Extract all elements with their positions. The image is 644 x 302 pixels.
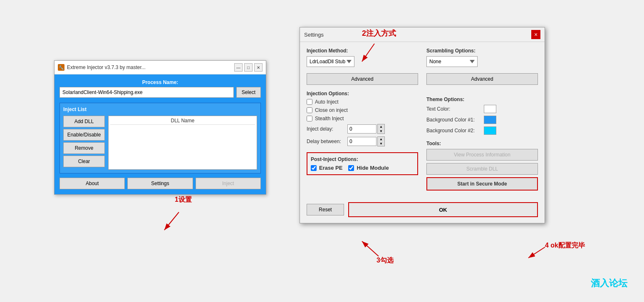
settings-bottom: Reset OK	[300, 202, 545, 223]
auto-inject-label: Auto Inject	[315, 99, 339, 105]
forum-watermark: 酒入论坛	[591, 277, 627, 290]
inject-delay-up[interactable]: ▲	[378, 124, 384, 129]
scrambling-advanced-button[interactable]: Advanced	[426, 73, 538, 85]
stealth-inject-row: Stealth Inject	[307, 116, 418, 121]
settings-button[interactable]: Settings	[127, 178, 193, 189]
dll-list-header: DLL Name	[110, 118, 255, 125]
scrambling-dropdown[interactable]: None Shuffle Sections Random Sections	[426, 56, 478, 67]
titlebar-left: 🔧 Extreme Injector v3.7.3 by master...	[58, 64, 146, 71]
injector-window: 🔧 Extreme Injector v3.7.3 by master... —…	[54, 60, 266, 195]
process-row: Select	[59, 87, 261, 98]
scramble-dll-button[interactable]: Scramble DLL	[426, 163, 538, 175]
settings-body: Injection Method: LdrLoadDll Stub Standa…	[300, 42, 545, 202]
delay-between-down[interactable]: ▼	[378, 141, 384, 146]
delay-between-spinner: ▲ ▼	[347, 136, 385, 146]
remove-button[interactable]: Remove	[63, 142, 105, 154]
settings-right-column: Scrambling Options: None Shuffle Section…	[426, 48, 538, 196]
select-button[interactable]: Select	[236, 87, 261, 98]
settings-dialog: Settings × Injection Method: LdrLoadDll …	[300, 27, 545, 223]
injection-options-section: Injection Options: Auto Inject Close on …	[307, 91, 418, 146]
process-label: Process Name:	[59, 79, 261, 85]
injector-title: Extreme Injector v3.7.3 by master...	[67, 64, 146, 70]
delay-between-arrows: ▲ ▼	[377, 136, 385, 146]
inject-delay-down[interactable]: ▼	[378, 129, 384, 134]
inject-delay-input[interactable]	[347, 124, 376, 134]
bg-color1-box[interactable]	[484, 116, 496, 124]
scrambling-section: Scrambling Options: None Shuffle Section…	[426, 48, 538, 91]
tools-section: Tools: View Process Information Scramble…	[426, 141, 538, 191]
close-on-inject-label: Close on inject	[315, 107, 348, 113]
inject-list-legend: Inject List	[63, 106, 257, 112]
svg-line-1	[164, 212, 179, 230]
process-input[interactable]	[59, 87, 234, 98]
injector-body: Process Name: Select Inject List Add DLL…	[54, 74, 266, 194]
injection-method-dropdown[interactable]: LdrLoadDll Stub Standard Manual Map	[307, 56, 354, 67]
text-color-label: Text Color:	[426, 106, 481, 112]
delay-between-row: Delay between: ▲ ▼	[307, 136, 418, 146]
clear-button[interactable]: Clear	[63, 156, 105, 167]
about-button[interactable]: About	[59, 178, 125, 189]
tools-label: Tools:	[426, 141, 538, 146]
scrambling-label: Scrambling Options:	[426, 48, 538, 54]
settings-title: Settings	[304, 32, 324, 38]
settings-left-column: Injection Method: LdrLoadDll Stub Standa…	[307, 48, 418, 196]
theme-section: Theme Options: Text Color: Background Co…	[426, 97, 538, 135]
delay-between-up[interactable]: ▲	[378, 137, 384, 141]
post-inject-legend: Post-Inject Options:	[311, 156, 414, 162]
bg-color1-row: Background Color #1:	[426, 116, 538, 124]
erase-pe-row: Erase PE	[311, 165, 342, 171]
close-on-inject-row: Close on inject	[307, 107, 418, 113]
injection-advanced-button[interactable]: Advanced	[307, 73, 418, 85]
enable-disable-button[interactable]: Enable/Disable	[63, 129, 105, 141]
dll-list-area: DLL Name	[108, 116, 257, 170]
injection-options-label: Injection Options:	[307, 91, 418, 97]
post-inject-checkboxes: Erase PE Hide Module	[311, 165, 414, 171]
inject-buttons: Add DLL Enable/Disable Remove Clear	[63, 116, 105, 170]
bg-color2-box[interactable]	[484, 126, 496, 135]
inject-list-content: Add DLL Enable/Disable Remove Clear DLL …	[63, 116, 257, 170]
inject-delay-row: Inject delay: ▲ ▼	[307, 124, 418, 134]
theme-options-label: Theme Options:	[426, 97, 538, 102]
minimize-button[interactable]: —	[234, 63, 243, 72]
inject-button[interactable]: Inject	[196, 178, 261, 189]
titlebar-controls: — □ ✕	[234, 63, 263, 72]
inject-delay-arrows: ▲ ▼	[377, 124, 385, 134]
erase-pe-checkbox[interactable]	[311, 165, 317, 171]
inject-list-group: Inject List Add DLL Enable/Disable Remov…	[59, 103, 261, 173]
close-on-inject-checkbox[interactable]	[307, 107, 312, 113]
maximize-button[interactable]: □	[244, 63, 253, 72]
post-inject-section: Post-Inject Options: Erase PE Hide Modul…	[307, 152, 418, 175]
erase-pe-label: Erase PE	[319, 165, 342, 171]
injection-method-section: Injection Method: LdrLoadDll Stub Standa…	[307, 48, 418, 91]
hide-module-label: Hide Module	[357, 165, 389, 171]
bg-color1-label: Background Color #1:	[426, 117, 481, 123]
ok-button[interactable]: OK	[348, 202, 538, 217]
injection-method-label: Injection Method:	[307, 48, 418, 54]
svg-line-3	[362, 241, 379, 256]
reset-button[interactable]: Reset	[307, 204, 344, 215]
settings-titlebar: Settings ×	[300, 27, 545, 42]
bottom-buttons: About Settings Inject	[59, 178, 261, 189]
hide-module-checkbox[interactable]	[348, 165, 354, 171]
annotation-1-label: 1设置	[175, 196, 192, 204]
annotation-4-label: 4 ok配置完毕	[545, 241, 585, 250]
delay-between-label: Delay between:	[307, 139, 344, 144]
view-process-info-button[interactable]: View Process Information	[426, 149, 538, 161]
injector-titlebar: 🔧 Extreme Injector v3.7.3 by master... —…	[54, 61, 266, 74]
add-dll-button[interactable]: Add DLL	[63, 116, 105, 127]
bg-color2-row: Background Color #2:	[426, 126, 538, 135]
auto-inject-checkbox[interactable]	[307, 99, 312, 105]
process-section: Process Name: Select	[59, 79, 261, 98]
stealth-inject-label: Stealth Inject	[315, 116, 344, 121]
svg-line-4	[528, 247, 545, 258]
close-button[interactable]: ✕	[254, 63, 263, 72]
delay-between-input[interactable]	[347, 137, 376, 146]
stealth-inject-checkbox[interactable]	[307, 116, 312, 121]
auto-inject-row: Auto Inject	[307, 99, 418, 105]
settings-close-button[interactable]: ×	[531, 30, 540, 39]
hide-module-row: Hide Module	[348, 165, 389, 171]
annotation-3-label: 3勾选	[376, 256, 394, 265]
inject-delay-label: Inject delay:	[307, 126, 344, 132]
start-secure-mode-button[interactable]: Start in Secure Mode	[426, 177, 538, 191]
text-color-box[interactable]	[484, 105, 496, 113]
